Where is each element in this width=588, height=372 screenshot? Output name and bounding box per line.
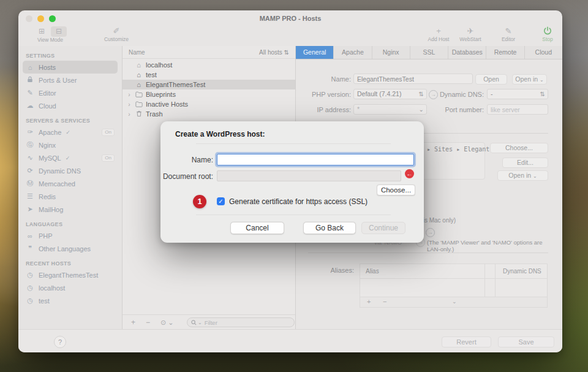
sidebar-item-other-languages[interactable]: ❞ Other Languages [23, 242, 118, 255]
filter-input[interactable] [203, 319, 290, 327]
column-name-header[interactable]: Name [129, 49, 145, 56]
check-icon: ✓ [66, 155, 70, 161]
sidebar-item-apache[interactable]: ✑ Apache ✓ On [23, 126, 118, 139]
folder-icon [135, 101, 143, 108]
choose-docroot-button[interactable]: Choose... [490, 143, 548, 153]
view-mode-columns-icon[interactable]: ⊟ [51, 26, 67, 37]
sidebar-item-php[interactable]: ∞ PHP [23, 229, 118, 242]
dynamic-dns-dropdown[interactable]: -⇅ [487, 89, 548, 99]
zoom-button[interactable] [49, 15, 56, 22]
host-row-inactive-hosts[interactable]: › Inactive Hosts [123, 99, 295, 109]
disclosure-icon[interactable]: › [127, 91, 132, 98]
add-host-list-button[interactable]: + [131, 317, 135, 327]
dialog-continue-button[interactable]: Continue [361, 222, 405, 234]
ip-address-label: IP address: [296, 106, 351, 113]
dialog-name-input[interactable] [217, 154, 413, 165]
scope-filter-dropdown[interactable]: All hosts ⇅ [259, 49, 289, 56]
tab-ssl[interactable]: SSL [410, 46, 448, 59]
view-mode-list-icon[interactable]: ⊞ [34, 26, 50, 37]
document-root-breadcrumb[interactable]: ▸ Sites ▸ Elegant [427, 146, 489, 153]
sidebar-item-memcached[interactable]: Ⓜ Memcached [23, 177, 118, 190]
sidebar-item-cloud[interactable]: ☁ Cloud [23, 99, 118, 112]
open-in-button[interactable]: Open in ⌄ [512, 74, 547, 85]
host-name-field[interactable] [353, 74, 473, 84]
editor-button[interactable]: ✎ Editor [491, 26, 526, 43]
aliases-table-header: Alias Dynamic DNS [360, 264, 547, 279]
dialog-name-field[interactable] [217, 154, 414, 165]
dialog-docroot-field[interactable] [217, 170, 401, 181]
add-alias-button[interactable]: + [367, 297, 371, 306]
sidebar-item-redis[interactable]: ☰ Redis [23, 190, 118, 203]
revert-button[interactable]: Revert [442, 336, 491, 347]
sidebar-item-recent-elegantthemestest[interactable]: ◷ ElegantThemesTest [23, 268, 118, 281]
search-icon [191, 320, 197, 325]
dialog-choose-button[interactable]: Choose... [377, 184, 415, 195]
clock-icon: ◷ [26, 284, 34, 292]
save-button[interactable]: Save [498, 336, 554, 347]
customize-button[interactable]: ✐ Customize [98, 26, 135, 43]
ip-address-dropdown[interactable]: *⌄ [353, 104, 427, 115]
nginx-icon: Ⓖ [26, 140, 34, 150]
disclosure-icon[interactable]: › [127, 101, 132, 108]
sidebar-item-nginx[interactable]: Ⓖ Nginx [23, 139, 118, 151]
host-row-blueprints[interactable]: › Blueprints [123, 89, 295, 99]
chevron-down-icon[interactable]: ⌄ [452, 297, 457, 306]
host-row-elegantthemestest[interactable]: ⌂ ElegantThemesTest [123, 80, 295, 89]
remove-alias-button[interactable]: − [383, 297, 386, 306]
tab-general[interactable]: General [296, 46, 334, 59]
open-in-docroot-button[interactable]: Open in ⌄ [497, 170, 548, 181]
host-name-input[interactable] [357, 74, 469, 83]
add-host-button[interactable]: + Add Host [421, 26, 456, 43]
house-icon: ⌂ [135, 71, 143, 78]
go-circle-icon[interactable]: → [426, 228, 435, 237]
folder-icon [135, 91, 143, 98]
tab-databases[interactable]: Databases [448, 46, 486, 59]
chevron-down-icon: ⌄ [168, 319, 173, 326]
sidebar-item-recent-test[interactable]: ◷ test [23, 294, 118, 307]
tab-apache[interactable]: Apache [334, 46, 372, 59]
mysql-dolphin-icon: ∿ [26, 154, 34, 162]
help-button[interactable]: ? [54, 336, 66, 348]
php-version-dropdown[interactable]: Default (7.4.21)⇅ [353, 89, 427, 99]
tab-remote[interactable]: Remote [486, 46, 524, 59]
sidebar-item-ports-user[interactable]: Ports & User [23, 74, 118, 86]
close-button[interactable] [26, 15, 32, 22]
sidebar-item-editor[interactable]: ✎ Editor [23, 86, 118, 99]
sidebar-item-mysql[interactable]: ∿ MySQL ✓ On [23, 151, 118, 164]
apache-feather-icon: ✑ [26, 128, 34, 136]
ssl-checkbox-label[interactable]: Generate certificate for https access (S… [229, 197, 368, 206]
filter-field[interactable]: ⌄ [187, 317, 295, 327]
lan-only-note: (The 'MAMP Viewer' and 'NAMO' options ar… [427, 239, 549, 252]
dialog-go-back-button[interactable]: Go Back [303, 222, 356, 234]
add-host-icon: + [421, 26, 456, 36]
tab-cloud[interactable]: Cloud [525, 46, 562, 59]
port-number-field[interactable] [487, 104, 548, 115]
edit-docroot-button[interactable]: Edit... [502, 158, 548, 168]
dialog-cancel-button[interactable]: Cancel [230, 222, 284, 234]
webstart-button[interactable]: ✈ WebStart [453, 26, 488, 43]
dynamic-dns-column-header[interactable]: Dynamic DNS [503, 268, 541, 275]
port-number-input[interactable] [491, 105, 545, 114]
tab-nginx[interactable]: Nginx [372, 46, 410, 59]
detail-tabs: General Apache Nginx SSL Databases Remot… [296, 46, 562, 59]
sidebar-item-hosts[interactable]: ⌂ Hosts [23, 61, 118, 74]
sidebar-item-dynamic-dns[interactable]: ⟳ Dynamic DNS [23, 164, 118, 177]
circle-dots-icon: ⊙ [160, 319, 166, 326]
disclosure-icon[interactable]: › [127, 111, 132, 118]
open-button[interactable]: Open [475, 74, 507, 85]
host-row-localhost[interactable]: ⌂ localhost [123, 60, 295, 70]
sidebar-item-recent-localhost[interactable]: ◷ localhost [23, 281, 118, 294]
alias-column-header[interactable]: Alias [366, 268, 379, 275]
minimize-button[interactable] [37, 15, 44, 22]
updown-chevrons-icon: ⇅ [419, 89, 424, 99]
remove-host-list-button[interactable]: − [146, 317, 150, 327]
sidebar: SETTINGS ⌂ Hosts Ports & User ✎ Editor ☁… [18, 46, 123, 330]
lock-icon [26, 76, 34, 84]
sidebar-item-mailhog[interactable]: ➤ MailHog [23, 203, 118, 216]
actions-menu-button[interactable]: ⊙ ⌄ [160, 317, 174, 327]
stop-button[interactable]: Stop [530, 26, 565, 43]
host-row-test[interactable]: ⌂ test [123, 70, 295, 80]
host-row-trash[interactable]: › Trash [123, 109, 295, 119]
ssl-checkbox[interactable]: ✓ [217, 197, 225, 205]
redis-stack-icon: ☰ [26, 192, 34, 200]
